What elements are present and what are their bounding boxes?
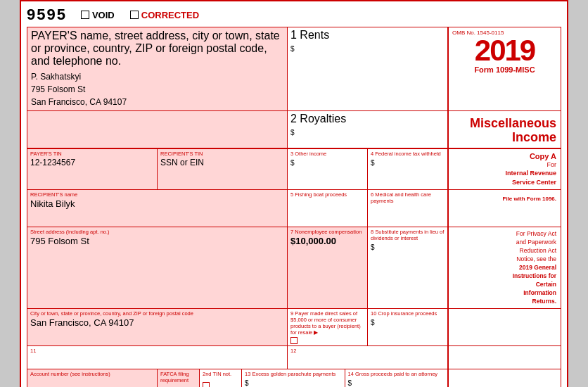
row-street-boxes7-8: Street address (including apt. no.) 795 … [27, 227, 561, 309]
box11-cell: 11 [27, 346, 288, 369]
box5-label: 5 Fishing boat proceeds [290, 191, 364, 198]
box2-value: $ [290, 125, 445, 138]
corrected-checkbox[interactable] [130, 11, 139, 19]
box7-label: 7 Nonemployee compensation [290, 229, 364, 235]
title-cell: Miscellaneous Income [448, 111, 561, 148]
box2-label: 2 Royalties [290, 113, 445, 125]
corrected-label: CORRECTED [141, 10, 199, 20]
void-checkbox-item[interactable]: VOID [81, 10, 115, 20]
city-value: San Francisco, CA 94107 [30, 317, 284, 328]
box10-value: $ [371, 317, 445, 327]
box7-cell: 7 Nonemployee compensation $10,000.00 [288, 227, 368, 308]
privacy-continued [448, 309, 561, 345]
account-cell: Account number (see instructions) [27, 369, 158, 387]
void-checkbox[interactable] [81, 11, 89, 19]
box5-cell: 5 Fishing boat proceeds [288, 190, 368, 227]
copy-for: For Internal Revenue Service Center [453, 160, 556, 187]
street-cell: Street address (including apt. no.) 795 … [27, 227, 288, 308]
box4-cell: 4 Federal income tax withheld $ [368, 149, 448, 190]
box14-label: 14 Gross proceeds paid to an attorney [348, 371, 445, 377]
row-account-boxes13-14: Account number (see instructions) FATCA … [27, 369, 561, 387]
box1-cell: 1 Rents $ [288, 27, 448, 111]
box10-cell: 10 Crop insurance proceeds $ [368, 309, 448, 345]
form-type: Form 1099-MISC [474, 65, 535, 74]
row-recipient-boxes5-6: RECIPIENT'S name Nikita Bilyk 5 Fishing … [27, 190, 561, 227]
payer-tin-label: PAYER'S TIN [30, 151, 154, 157]
top-bar: 9595 VOID CORRECTED [27, 6, 561, 24]
box4-label: 4 Federal income tax withheld [371, 151, 445, 157]
box3-value: $ [290, 158, 364, 167]
box4-value: $ [371, 158, 445, 167]
box11-label: 11 [30, 348, 284, 354]
checkbox-group: VOID CORRECTED [81, 10, 199, 20]
payer-name: P. Sakhatskyi 795 Folsom St San Francisc… [31, 70, 283, 108]
box12-label: 12 [290, 348, 445, 354]
account-label: Account number (see instructions) [30, 371, 154, 377]
box3-cell: 3 Other income $ [288, 149, 368, 190]
box1-label: 1 Rents [290, 29, 445, 42]
file-with: File with Form 1096. [453, 196, 556, 202]
row-tin-boxes3-4: PAYER'S TIN 12-1234567 RECIPIENT'S TIN S… [27, 148, 561, 191]
form-1099-misc: 9595 VOID CORRECTED PAYER'S name, street… [20, 0, 568, 387]
void-label: VOID [92, 10, 115, 20]
copy-continued: File with Form 1096. [448, 190, 561, 227]
form-number: 9595 [27, 6, 67, 24]
recipient-name-cell: RECIPIENT'S name Nikita Bilyk [27, 190, 288, 227]
copy-a-label: Copy A [453, 152, 556, 160]
omb-cell: OMB No. 1545-0115 2019 Form 1099-MISC [448, 27, 561, 111]
street-value: 795 Folsom St [30, 236, 284, 246]
form-border: PAYER'S name, street address, city or to… [27, 27, 561, 387]
payer-tin-cell: PAYER'S TIN 12-1234567 [27, 149, 158, 190]
box14-value: $ [348, 378, 445, 387]
recipient-tin-label: RECIPIENT'S TIN [160, 151, 284, 157]
misc-income-title: Miscellaneous Income [453, 117, 556, 145]
ttn-cell: 2nd TIN not. [200, 369, 242, 387]
row-city-boxes9-10: City or town, state or province, country… [27, 309, 561, 346]
recipient-name-label: RECIPIENT'S name [30, 191, 284, 198]
recipient-name-value: Nikita Bilyk [30, 198, 284, 209]
copy-a-cell: Copy A For Internal Revenue Service Cent… [448, 149, 561, 190]
box9-label: 9 Payer made direct sales of $5,000 or m… [290, 310, 364, 336]
street-label: Street address (including apt. no.) [30, 229, 284, 235]
box12-cell: 12 [288, 346, 448, 369]
corrected-checkbox-item[interactable]: CORRECTED [130, 10, 199, 20]
ttn-label: 2nd TIN not. [203, 371, 238, 377]
box6-label: 6 Medical and health care payments [371, 191, 445, 204]
box7-value: $10,000.00 [290, 236, 364, 246]
row2: 2 Royalties $ Miscellaneous Income [27, 111, 561, 148]
city-label: City or town, state or province, country… [30, 310, 284, 317]
city-cell: City or town, state or province, country… [27, 309, 288, 345]
recipient-tin-value: SSN or EIN [160, 158, 284, 167]
box13-label: 13 Excess golden parachute payments [245, 371, 342, 377]
box13-value: $ [245, 378, 342, 387]
year-display: 2019 [475, 36, 535, 65]
box1-value: $ [290, 42, 445, 54]
privacy-text: For Privacy Act and Paperwork Reduction … [453, 230, 556, 305]
box8-cell: 8 Substitute payments in lieu of dividen… [368, 227, 448, 308]
row1: PAYER'S name, street address, city or to… [27, 27, 561, 111]
payer-tin-value: 12-1234567 [30, 158, 154, 167]
side-filler2 [448, 369, 561, 387]
row-boxes11-12: 11 12 [27, 346, 561, 369]
fatca-cell: FATCA filing requirement [158, 369, 200, 387]
ttn-checkbox[interactable] [203, 382, 210, 387]
box13-cell: 13 Excess golden parachute payments $ [242, 369, 345, 387]
box10-label: 10 Crop insurance proceeds [371, 310, 445, 317]
box2-cell: 2 Royalties $ [288, 111, 448, 148]
box8-value: $ [371, 242, 445, 252]
box14-cell: 14 Gross proceeds paid to an attorney $ [345, 369, 449, 387]
fatca-label: FATCA filing requirement [160, 371, 196, 383]
privacy-cell: For Privacy Act and Paperwork Reduction … [448, 227, 561, 308]
box9-cell: 9 Payer made direct sales of $5,000 or m… [288, 309, 368, 345]
box8-label: 8 Substitute payments in lieu of dividen… [371, 229, 445, 241]
box9-checkbox[interactable] [290, 337, 364, 344]
payer-space [27, 111, 288, 148]
privacy-filler [448, 346, 561, 369]
payer-label: PAYER'S name, street address, city or to… [31, 30, 283, 68]
recipient-tin-cell: RECIPIENT'S TIN SSN or EIN [158, 149, 288, 190]
box3-label: 3 Other income [290, 151, 364, 157]
box6-cell: 6 Medical and health care payments [368, 190, 448, 227]
payer-address-cell: PAYER'S name, street address, city or to… [27, 27, 288, 111]
